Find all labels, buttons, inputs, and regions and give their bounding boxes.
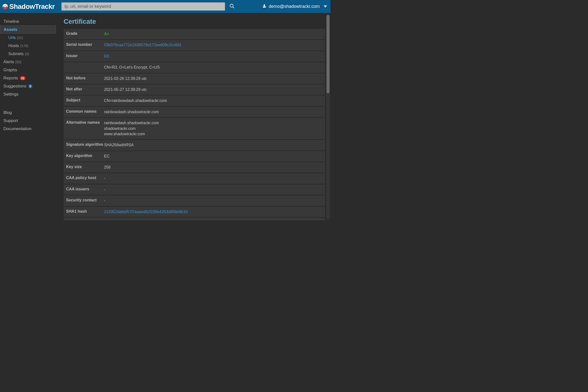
search-input[interactable]	[61, 2, 225, 10]
field-value: 2021-05-27 12:39:29 utc	[104, 87, 325, 92]
field-label: CAA issuers	[64, 187, 104, 191]
scrollbar-thumb[interactable]	[326, 15, 329, 93]
sidebar-item-label: Assets	[4, 27, 17, 32]
svg-point-4	[263, 4, 265, 6]
brand-name: ShadowTrackr	[9, 3, 55, 10]
row-security-contact: Security contact -	[64, 196, 325, 206]
row-common-names: Common names rainbowdash.shadowtrackr.co…	[64, 107, 325, 117]
sidebar-item-support[interactable]: Support	[0, 116, 56, 125]
row-not-after: Not after 2021-05-27 12:39:29 utc	[64, 84, 325, 95]
field-value: SHA256withRSA	[104, 142, 325, 148]
user-menu[interactable]: demo@shadowtrackr.com	[263, 4, 327, 9]
sidebar-item-settings[interactable]: Settings	[0, 90, 56, 98]
row-sha1: SHA1 hash 213352dabbf57f7aaaed0cf236e426…	[64, 207, 325, 217]
search-icon	[229, 4, 235, 10]
sidebar-item-urls[interactable]: Urls (21)	[0, 34, 56, 42]
sidebar-item-label: Settings	[3, 92, 18, 97]
row-caa-host: CAA policy host -	[64, 173, 325, 184]
svg-point-2	[230, 4, 233, 7]
page-title: Certificate	[64, 18, 328, 26]
field-value: rainbowdash.shadowtrackr.com	[104, 109, 325, 115]
suggestions-badge: 5	[28, 84, 32, 88]
sidebar-item-label: Graphs	[3, 68, 17, 72]
field-label: Serial number	[64, 42, 104, 47]
field-value: 2021-02-26 12:39:29 utc	[104, 76, 325, 81]
field-label: Subject	[64, 98, 104, 102]
field-value: -	[104, 187, 325, 192]
sidebar-item-count: (93)	[15, 60, 21, 64]
svg-point-1	[4, 6, 6, 8]
sidebar-item-label: Reports	[3, 76, 18, 80]
field-value: -	[104, 198, 325, 203]
logo-icon	[2, 4, 8, 9]
sidebar-item-label: Hosts	[8, 43, 19, 48]
sidebar-item-timeline[interactable]: Timeline	[0, 18, 56, 26]
sidebar-item-count: (21)	[17, 36, 23, 40]
field-label: Signature algorithm	[64, 142, 104, 147]
sidebar-item-label: Alerts	[3, 60, 14, 64]
row-subject: Subject CN=rainbowdash.shadowtrackr.com	[64, 96, 325, 106]
user-email: demo@shadowtrackr.com	[269, 4, 320, 9]
sidebar-item-label: Subnets	[8, 52, 23, 56]
reports-badge: 21	[20, 76, 25, 80]
certificate-table: Grade A+ Serial number 03b070caa772e1638…	[64, 29, 325, 220]
sidebar-item-blog[interactable]: Blog	[0, 108, 56, 116]
sidebar-item-label: Urls	[8, 35, 16, 40]
sidebar-item-subnets[interactable]: Subnets (3)	[0, 50, 56, 58]
sidebar-item-assets[interactable]: Assets	[0, 26, 56, 34]
sidebar-item-hosts[interactable]: Hosts (179)	[0, 42, 56, 50]
row-key-size: Key size 256	[64, 162, 325, 172]
search-button[interactable]	[228, 2, 236, 11]
field-value: rainbowdash.shadowtrackr.com shadowtrack…	[104, 120, 325, 137]
row-not-before: Not before 2021-02-26 12:39:29 utc	[64, 74, 325, 84]
row-issuer: Issuer R3	[64, 51, 325, 62]
field-label: Common names	[64, 109, 104, 114]
field-value: EC	[104, 154, 325, 159]
row-grade: Grade A+	[64, 29, 325, 39]
svg-line-3	[233, 7, 234, 8]
sidebar-item-documentation[interactable]: Documentation	[0, 125, 56, 133]
sidebar-item-label: Timeline	[3, 19, 19, 24]
field-label: Key algorithm	[64, 154, 104, 158]
sidebar-item-alerts[interactable]: Alerts (93)	[0, 58, 56, 66]
field-value-link[interactable]: 03b070caa772e1638579d172ee609c2cc601	[104, 42, 325, 48]
row-alt-names: Alternative names rainbowdash.shadowtrac…	[64, 118, 325, 139]
field-value: CN=rainbowdash.shadowtrackr.com	[104, 98, 325, 104]
field-label: Alternative names	[64, 120, 104, 125]
sidebar-item-reports[interactable]: Reports 21	[0, 74, 56, 82]
field-value: -	[104, 176, 325, 181]
field-label: SHA256 hash	[64, 220, 104, 220]
sidebar-item-suggestions[interactable]: Suggestions 5	[0, 82, 56, 90]
topbar: ShadowTrackr demo@shadowtrac	[0, 0, 330, 13]
sidebar-item-label: Documentation	[3, 126, 31, 131]
sidebar-item-label: Suggestions	[3, 84, 26, 89]
field-value-link[interactable]: 213352dabbf57f7aaaed0cf236e4263d90bb9b10	[104, 209, 325, 214]
field-label: Issuer	[64, 54, 104, 58]
field-label: Security contact	[64, 198, 104, 202]
sidebar-item-label: Blog	[3, 110, 12, 115]
sidebar-item-count: (3)	[25, 52, 29, 56]
scrollbar-track[interactable]	[326, 14, 330, 220]
brand-logo[interactable]: ShadowTrackr	[2, 3, 55, 10]
row-sha256: SHA256 hash 52036246f4a4c555a8b6939c7663…	[64, 218, 325, 220]
field-label: CAA policy host	[64, 176, 104, 180]
field-value: A+	[104, 31, 325, 37]
content: Certificate Grade A+ Serial number 03b07…	[56, 13, 330, 220]
sidebar: Timeline Assets Urls (21) Hosts (179) Su…	[0, 13, 56, 220]
sidebar-item-graphs[interactable]: Graphs	[0, 66, 56, 74]
field-value: 256	[104, 165, 325, 170]
field-label: Key size	[64, 165, 104, 169]
field-value-link[interactable]: R3	[104, 54, 325, 59]
field-label: Not before	[64, 76, 104, 80]
field-label: SHA1 hash	[64, 209, 104, 214]
field-value: CN=R3, O=Let's Encrypt, C=US	[104, 65, 325, 70]
field-value-link[interactable]: 52036246f4a4c555a8b6939c76630a23250911b5…	[104, 220, 325, 220]
row-sig-alg: Signature algorithm SHA256withRSA	[64, 140, 325, 150]
row-issuer-dn: CN=R3, O=Let's Encrypt, C=US	[64, 62, 325, 72]
row-key-alg: Key algorithm EC	[64, 151, 325, 162]
sidebar-item-label: Support	[3, 118, 18, 123]
field-label: Not after	[64, 87, 104, 92]
sidebar-item-count: (179)	[20, 44, 28, 48]
row-caa-issuers: CAA issuers -	[64, 184, 325, 195]
user-icon	[263, 4, 266, 9]
